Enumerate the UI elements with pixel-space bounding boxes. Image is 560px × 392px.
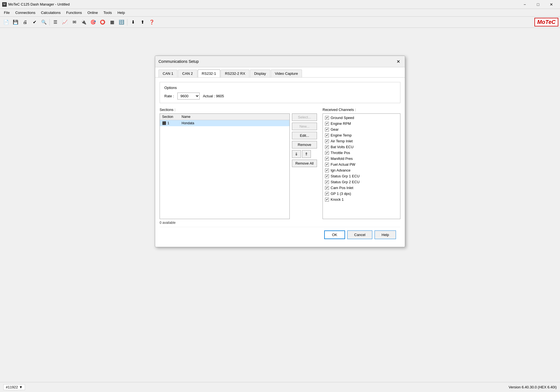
available-text: 0 available: [160, 221, 317, 225]
channel-checkbox-engine-rpm[interactable]: ✔: [325, 122, 329, 126]
channel-checkbox-air-temp-inlet[interactable]: ✔: [325, 139, 329, 143]
up-arrow-btn[interactable]: ⬆: [138, 18, 147, 27]
list-btn[interactable]: ☰: [51, 18, 60, 27]
check-btn[interactable]: ✔: [30, 18, 39, 27]
sections-channels-area: Sections : Section Name ⬛ 1: [160, 108, 400, 225]
list-item: ✔ Bat Volts ECU: [323, 144, 400, 150]
menu-help[interactable]: Help: [115, 9, 128, 16]
list-item: ✔ Manifold Pres: [323, 156, 400, 162]
chart-btn[interactable]: 📈: [60, 18, 69, 27]
plug-btn[interactable]: 🔌: [79, 18, 88, 27]
search-btn[interactable]: 🔍: [39, 18, 48, 27]
channel-checkbox-ground-speed[interactable]: ✔: [325, 116, 329, 120]
menu-file[interactable]: File: [1, 9, 13, 16]
section-buttons: Select... New... Edit... Remove ⇓ ⇑ Remo…: [292, 113, 317, 219]
menu-bar: File Connections Calculations Functions …: [0, 9, 560, 17]
channel-checkbox-engine-temp[interactable]: ✔: [325, 133, 329, 137]
list-item: ✔ Fuel Actual PW: [323, 162, 400, 167]
calc-btn[interactable]: 🔢: [117, 18, 126, 27]
menu-functions[interactable]: Functions: [63, 9, 85, 16]
col-header-section: Section: [160, 114, 179, 120]
channel-checkbox-gp1[interactable]: ✔: [325, 192, 329, 196]
list-item: ✔ Status Grp 1 ECU: [323, 173, 400, 179]
menu-calculations[interactable]: Calculations: [38, 9, 63, 16]
list-item: ✔ Ground Speed: [323, 115, 400, 121]
tab-can2[interactable]: CAN 2: [178, 70, 197, 77]
channels-list: ✔ Ground Speed ✔ Engine RPM ✔ Gear ✔: [323, 113, 400, 219]
channel-label-ground-speed: Ground Speed: [331, 116, 354, 120]
grid-btn[interactable]: ▦: [108, 18, 117, 27]
save-btn[interactable]: 💾: [11, 18, 20, 27]
email-btn[interactable]: ✉: [70, 18, 79, 27]
channels-title: Received Channels :: [323, 108, 400, 112]
help-dialog-button[interactable]: Help: [375, 230, 396, 239]
main-area: Communications Setup ✕ CAN 1 CAN 2 RS232…: [0, 28, 560, 382]
rate-select[interactable]: 9600 1200 2400 4800 19200 38400 57600 11…: [177, 93, 200, 100]
tab-video-capture[interactable]: Video Capture: [271, 70, 302, 77]
channel-label-throttle-pos: Throttle Pos: [331, 151, 350, 155]
status-dropdown-arrow: ▼: [19, 385, 23, 389]
status-bar: #11922 ▼ Version 6.40.30.0 (HEX 6.40I): [0, 382, 560, 392]
channel-checkbox-status-grp2[interactable]: ✔: [325, 180, 329, 184]
channel-checkbox-throttle-pos[interactable]: ✔: [325, 151, 329, 155]
table-row[interactable]: ⬛ 1 Hondata: [160, 120, 289, 126]
channel-label-gear: Gear: [331, 127, 339, 132]
channel-checkbox-bat-volts-ecu[interactable]: ✔: [325, 145, 329, 149]
edit-button[interactable]: Edit...: [292, 132, 317, 139]
dialog-title: Communications Setup: [158, 59, 199, 64]
motec-logo: MoTeC: [534, 18, 558, 26]
list-item: ✔ Throttle Pos: [323, 150, 400, 156]
circle-btn[interactable]: ⭕: [98, 18, 107, 27]
tab-display[interactable]: Display: [250, 70, 270, 77]
channel-checkbox-manifold-pres[interactable]: ✔: [325, 157, 329, 161]
list-item: ✔ Ign Advance: [323, 167, 400, 173]
help-btn[interactable]: ❓: [147, 18, 156, 27]
select-button[interactable]: Select...: [292, 113, 317, 121]
tab-can1[interactable]: CAN 1: [158, 70, 177, 77]
tab-rs232-2rx[interactable]: RS232-2 RX: [221, 70, 249, 77]
channel-label-status-grp2: Status Grp 2 ECU: [331, 180, 360, 184]
version-text: Version 6.40.30.0 (HEX 6.40I): [509, 385, 557, 389]
channel-checkbox-cam-pos-inlet[interactable]: ✔: [325, 186, 329, 190]
channel-label-engine-rpm: Engine RPM: [331, 121, 351, 126]
channel-checkbox-fuel-actual-pw[interactable]: ✔: [325, 163, 329, 167]
dialog-title-bar: Communications Setup ✕: [155, 56, 405, 67]
list-item: ✔ Air Temp Inlet: [323, 138, 400, 144]
ok-button[interactable]: OK: [324, 230, 345, 239]
target-btn[interactable]: 🎯: [89, 18, 98, 27]
tab-rs232-1[interactable]: RS232-1: [198, 70, 220, 77]
remove-all-button[interactable]: Remove All: [292, 160, 317, 167]
sections-title: Sections :: [160, 108, 317, 112]
maximize-button[interactable]: □: [532, 0, 544, 9]
sections-pane: Sections : Section Name ⬛ 1: [160, 108, 317, 225]
menu-tools[interactable]: Tools: [101, 9, 115, 16]
channel-checkbox-gear[interactable]: ✔: [325, 128, 329, 132]
print-btn[interactable]: 🖨: [21, 18, 29, 27]
dialog-close-button[interactable]: ✕: [395, 58, 402, 65]
remove-button[interactable]: Remove: [292, 141, 317, 148]
menu-online[interactable]: Online: [85, 9, 101, 16]
new-section-button[interactable]: New...: [292, 123, 317, 130]
minimize-button[interactable]: −: [518, 0, 531, 9]
status-dropdown[interactable]: #11922 ▼: [3, 384, 25, 390]
window-title: MoTeC C125 Dash Manager - Untitled: [8, 2, 518, 6]
channel-checkbox-knock1[interactable]: ✔: [325, 198, 329, 202]
sections-table: Section Name ⬛ 1 Hondata: [160, 113, 290, 219]
cancel-button[interactable]: Cancel: [347, 230, 372, 239]
move-up-button[interactable]: ⇑: [302, 150, 311, 158]
toolbar-separator-1: [49, 19, 50, 26]
app-icon: M: [2, 2, 7, 7]
down-arrow-btn[interactable]: ⬇: [128, 18, 137, 27]
channel-checkbox-status-grp1[interactable]: ✔: [325, 174, 329, 178]
menu-connections[interactable]: Connections: [13, 9, 38, 16]
actual-label: Actual : 9605: [203, 94, 224, 98]
channel-label-bat-volts-ecu: Bat Volts ECU: [331, 145, 353, 149]
channel-checkbox-ign-advance[interactable]: ✔: [325, 168, 329, 172]
section-icon: ⬛: [162, 121, 166, 125]
new-btn[interactable]: 📄: [2, 18, 11, 27]
communications-setup-dialog: Communications Setup ✕ CAN 1 CAN 2 RS232…: [155, 56, 405, 247]
channel-label-cam-pos-inlet: Cam Pos Inlet: [331, 186, 353, 190]
move-down-button[interactable]: ⇓: [292, 150, 301, 158]
channel-label-fuel-actual-pw: Fuel Actual PW: [331, 162, 355, 167]
close-button[interactable]: ✕: [545, 0, 558, 9]
